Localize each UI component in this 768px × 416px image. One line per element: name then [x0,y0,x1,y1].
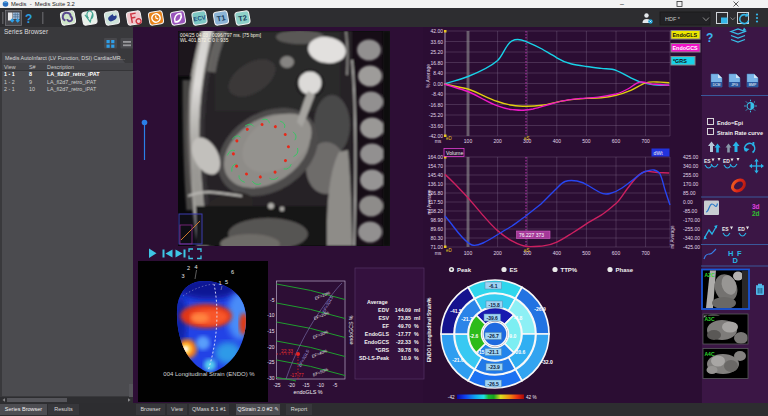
svg-text:EndoGLS: EndoGLS [365,331,390,337]
svg-text:42 %: 42 % [526,395,536,400]
svg-text:-20: -20 [267,344,274,350]
svg-text:9: 9 [29,79,32,85]
svg-text:Medis AutoInfarct (LV Function: Medis AutoInfarct (LV Function, DSI) Car… [5,55,125,61]
svg-text:004 Longitudinal Strain (ENDO): 004 Longitudinal Strain (ENDO) % [163,371,255,377]
svg-text:200: 200 [493,250,502,256]
svg-text:-25.20: -25.20 [429,112,443,118]
svg-text:%: % [414,331,419,337]
svg-text:-340.00: -340.00 [683,235,700,241]
svg-text:Description: Description [47,64,74,70]
svg-text:HDF *: HDF * [665,16,681,22]
svg-text:2d: 2d [752,210,760,217]
svg-text:-26.9: -26.9 [534,306,546,312]
svg-text:-17.77: -17.77 [290,373,304,378]
svg-text:98.90: 98.90 [430,217,443,223]
svg-text:136.10: 136.10 [428,181,444,187]
svg-text:%: % [414,323,419,329]
svg-text:% Average: % Average [425,64,431,88]
svg-text:85.00: 85.00 [683,190,696,196]
svg-text:S#: S# [29,64,36,70]
svg-text:View: View [4,64,16,70]
svg-text:A2C: A2C [705,272,715,278]
svg-text:-4.8: -4.8 [514,315,523,321]
svg-text:eD: eD [446,248,453,253]
svg-text:6: 6 [231,269,234,275]
svg-text:500: 500 [582,250,591,256]
svg-text:145.40: 145.40 [428,172,444,178]
svg-text:Medis - Medis Suite 3.2: Medis - Medis Suite 3.2 [11,1,75,7]
svg-text:25.20: 25.20 [430,49,443,55]
svg-text:Volume: Volume [446,150,463,156]
svg-text:EndoGLS: EndoGLS [673,32,698,38]
svg-text:400: 400 [553,250,562,256]
svg-text:ED: ED [738,226,745,232]
svg-text:-30: -30 [267,375,274,381]
svg-text:T2: T2 [237,13,247,23]
svg-text:-8.40: -8.40 [432,91,444,97]
svg-text:-15: -15 [302,382,309,388]
svg-text:2: 2 [187,265,190,271]
svg-text:42.00: 42.00 [430,28,443,34]
svg-text:LA_fl2d7_retro_iPAT: LA_fl2d7_retro_iPAT [47,79,97,85]
svg-text:DCM: DCM [713,83,721,87]
svg-text:TTP%: TTP% [561,267,578,273]
svg-text:-17.77: -17.77 [396,331,411,337]
svg-text:ES: ES [704,158,711,164]
svg-text:39.78: 39.78 [398,347,411,353]
svg-text:ED: ED [723,158,730,164]
svg-text:425.00: 425.00 [683,154,699,160]
svg-text:-20.6: -20.6 [514,349,526,355]
svg-text:SD-LS-Peak: SD-LS-Peak [359,355,389,361]
svg-text:ml: ml [414,315,421,321]
svg-text:ml Average: ml Average [670,225,675,248]
svg-text:-170.00: -170.00 [683,217,700,223]
svg-text:ml Average: ml Average [426,189,432,214]
svg-text:1: 1 [219,280,222,286]
svg-text:5: 5 [225,279,228,285]
svg-text:Phase: Phase [616,267,634,273]
svg-text:LA_fl2d7_retro_iPAT: LA_fl2d7_retro_iPAT [47,86,97,92]
svg-text:ENDO Longitudinal Strain%: ENDO Longitudinal Strain% [426,297,432,362]
svg-text:Peak: Peak [457,267,472,273]
svg-text:-22.33: -22.33 [396,339,411,345]
svg-text:ml: ml [414,307,421,313]
svg-text:33.60: 33.60 [430,39,443,45]
svg-text:-21.1: -21.1 [487,349,499,355]
svg-text:EndoGCS: EndoGCS [364,339,389,345]
svg-text:WL 401 B72 C 0 I: 935: WL 401 B72 C 0 I: 935 [180,38,229,43]
svg-text:A4C: A4C [705,351,715,357]
svg-text:154.70: 154.70 [428,163,444,169]
svg-text:8: 8 [29,71,32,77]
svg-text:endoGLS %: endoGLS % [293,389,322,395]
svg-text:-41.5: -41.5 [450,308,462,314]
svg-text:600: 600 [612,250,621,256]
svg-text:-425.00: -425.00 [683,244,700,250]
svg-text:T1: T1 [216,13,226,23]
svg-text:-25: -25 [273,382,280,388]
svg-text:-6.1: -6.1 [489,283,498,289]
svg-text:10.9: 10.9 [401,355,411,361]
svg-text:400: 400 [553,138,562,144]
svg-text:Endo=Epi: Endo=Epi [717,120,743,126]
svg-text:700: 700 [641,138,650,144]
svg-text:0.00: 0.00 [683,199,693,205]
svg-text:-85.00: -85.00 [683,208,697,214]
svg-text:-255.00: -255.00 [683,226,700,232]
svg-text:255.00: 255.00 [683,172,699,178]
svg-text:-26.5: -26.5 [487,381,499,387]
svg-text:?: ? [25,12,32,26]
svg-text:200: 200 [493,138,502,144]
svg-text:-23.9: -23.9 [488,364,500,370]
svg-text:EndoGCS: EndoGCS [673,45,699,51]
svg-text:3: 3 [182,273,185,279]
svg-text:100: 100 [464,250,473,256]
svg-text:*GRS: *GRS [673,58,687,64]
svg-text:-5: -5 [270,297,275,303]
svg-text:-42: -42 [448,395,455,400]
svg-text:?: ? [706,31,713,45]
svg-text:ms: ms [435,250,442,256]
svg-text:2 - 1: 2 - 1 [4,86,15,92]
svg-text:dWt: dWt [654,150,664,156]
svg-text:ES: ES [510,267,518,273]
svg-text:%: % [414,347,419,353]
